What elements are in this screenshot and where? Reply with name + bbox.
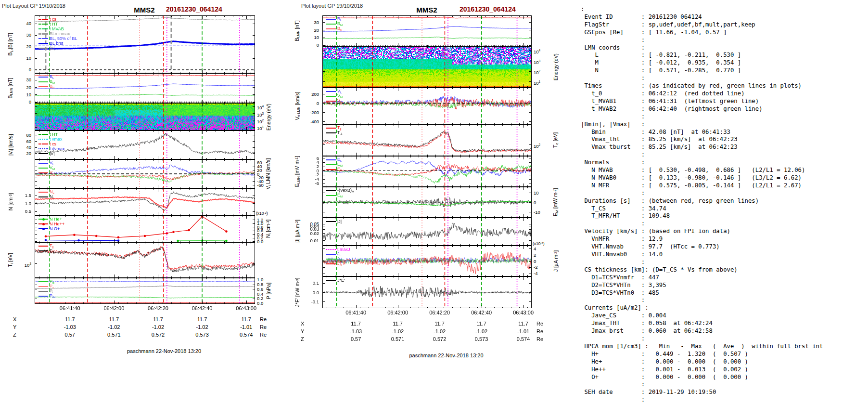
solid-line-swatch [326, 19, 336, 20]
solid-line-swatch [326, 280, 336, 281]
table-cell: 0.574 [230, 332, 263, 338]
y-tick-label: 20 [0, 44, 31, 49]
info-line: HPCA mom [1/cm3] : Min - Max ( Ave ) wit… [581, 343, 868, 351]
legend-item: t cs [38, 17, 77, 22]
y-tick-label: 30 [0, 32, 31, 38]
legend-item: N O+ [38, 226, 64, 231]
table-cell: 11.7 [423, 321, 457, 327]
solid-line-swatch [38, 168, 48, 169]
dashed-line-swatch [38, 33, 48, 35]
panel-vexb: 100-10EM [mW m-2]-(VexB)MEM [269, 187, 575, 218]
table-cell: -1.01 [230, 324, 263, 330]
panel-stack: BLMN [nT]0102030BLBMBN104103102101Energy… [269, 15, 575, 308]
y-tick-label: 102 [534, 142, 540, 147]
legend-label: t dvmax [50, 147, 65, 151]
dashed-line-swatch [38, 19, 48, 20]
y-tick-label: 104 [257, 104, 264, 109]
legend-item: BN [326, 26, 343, 31]
legend-item: PB [38, 279, 56, 284]
legend-label: |J| [337, 220, 342, 224]
solid-line-swatch [326, 164, 336, 165]
right-axis-label: EM [mW m-2] [552, 187, 560, 218]
info-line: : [581, 190, 868, 197]
table-cell: 0.57 [53, 332, 87, 338]
solid-line-swatch [326, 91, 336, 92]
solid-line-swatch [326, 132, 336, 133]
legend-item: EM [326, 193, 354, 198]
info-line: Jmax_THT : 0.058 at 06:42:24 [581, 320, 868, 327]
solid-line-swatch [38, 286, 48, 287]
table-unit: Re [260, 332, 267, 338]
plot-layout-label: Plot Layout GP 19/10/2018 [2, 3, 65, 9]
panel-j-lmn-plot [322, 246, 532, 276]
right-axis-label: J [µA m-2] [552, 246, 560, 276]
info-line: N : [ 0.571, -0.285, 0.770 ] [581, 67, 868, 75]
panel-legend: t HTt vmaxt cst dvmax|V| [38, 132, 65, 156]
info-line: He++ : 0.001 - 0.013 ( 0.002 ) [581, 366, 868, 374]
table-cell: -1.02 [97, 324, 131, 330]
axis-scale-note: (x10-2) [533, 241, 545, 246]
table-row-label: Z [13, 332, 16, 338]
panel-el-spec: 104103102101Energy (eV) [269, 46, 575, 88]
app-window: Plot Layout GP 19/10/2018 MMS2 20161230_… [0, 0, 868, 405]
legend-item: Pi [38, 289, 56, 294]
y-tick-label: 10 [0, 92, 31, 97]
dashed-line-swatch [38, 24, 48, 25]
left-figure-header: Plot Layout GP 19/10/2018 MMS2 20161230_… [0, 2, 269, 14]
marker-dot [42, 223, 45, 225]
y-tick-label: 10 [269, 35, 319, 40]
solid-line-swatch [326, 24, 336, 25]
table-row: Z0.570.5710.5720.5730.574Re [0, 332, 269, 339]
panel-legend: T||T⊥ [326, 126, 343, 135]
legend-label: t HT [50, 22, 58, 26]
marker-dot [42, 218, 45, 221]
panel-legend: T||T⊥ [38, 244, 55, 253]
dashed-line-swatch [38, 134, 48, 135]
info-line: : [581, 259, 868, 266]
y-tick-label: 60 [0, 139, 31, 144]
event-info-text: : Event ID : 20161230_064124 FlagStr : s… [575, 0, 868, 404]
legend-item: T⊥ [326, 131, 343, 135]
y-tick-label: -2 [534, 264, 537, 270]
x-axis: 06:41:4006:42:0006:42:2006:42:4006:43:00 [0, 305, 269, 312]
table-cell: -1.03 [53, 324, 87, 330]
y-axis-label: Ti [eV] [7, 242, 14, 278]
panel-jdote-plot [322, 276, 532, 308]
panel-el-spec-plot [322, 46, 532, 88]
info-line: T_MFR/HT : 109.48 [581, 212, 868, 220]
panel-ion-spec-plot [35, 103, 255, 131]
table-row-label: X [301, 321, 304, 327]
y-tick-label: -4 [534, 271, 537, 276]
table-row-label: X [13, 316, 16, 322]
info-line: Jave_CS : 0.004 [581, 312, 868, 320]
x-tick-label: 06:42:00 [387, 310, 408, 315]
panel-jmag: |J| [µA m-2]0.050.040.030.020.01|J| [269, 218, 575, 246]
panel-ve-lmn-plot [322, 88, 532, 124]
panel-blmn: BLMN [nT]0102030BLBMBN [0, 73, 269, 103]
table-unit: Re [536, 321, 543, 327]
info-line: D2=TCS*VHTn : 3,395 [581, 282, 868, 289]
legend-item: EN [326, 167, 343, 172]
info-line: Event ID : 20161230_064124 [581, 13, 868, 21]
legend-item: t cs [38, 142, 65, 146]
y-tick-label: 1.5 [0, 193, 31, 198]
table-cell: 11.7 [230, 316, 263, 322]
legend-label: JN [337, 261, 342, 267]
y-tick-label: 0 [269, 101, 319, 106]
info-line: : [581, 151, 868, 159]
solid-line-swatch [326, 254, 336, 255]
panel-jdote: J*E' [nW m-3]0.10.0-0.1J*E' [269, 276, 575, 308]
solid-line-swatch [38, 223, 48, 224]
legend-label: N O+ [50, 227, 60, 231]
y-tick-label: 30 [0, 77, 31, 82]
info-line: : [581, 381, 868, 389]
y-tick-label: -200 [269, 110, 319, 115]
x-axis: 06:41:4006:42:0006:42:2006:42:4006:43:00 [269, 310, 575, 316]
panel-legend: VLVMVN [38, 161, 55, 175]
event-id-title: 20161230_064124 [460, 5, 516, 13]
panel-vi-lmn-plot [35, 159, 255, 188]
y-tick-label: -6 [269, 181, 319, 186]
panel-blmn-m: BLMN [nT]0102030BLBMBN [269, 15, 575, 46]
legend-item: BL, 50% of BL [38, 36, 77, 41]
info-line: Bmin : 42.08 [nT] at 06:41:33 [581, 129, 868, 136]
